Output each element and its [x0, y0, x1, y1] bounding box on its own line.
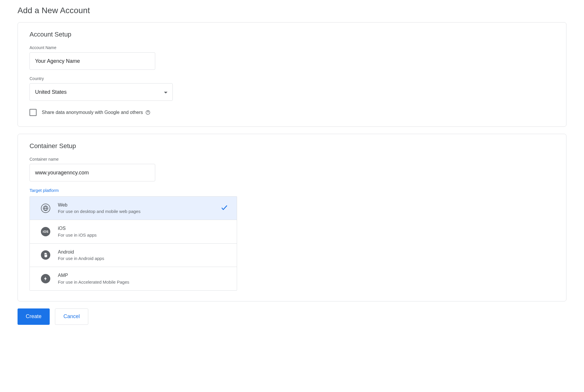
- container-name-input[interactable]: [30, 164, 155, 181]
- target-platform-label: Target platform: [30, 188, 554, 193]
- platform-list: Web For use on desktop and mobile web pa…: [30, 196, 237, 291]
- share-data-label: Share data anonymously with Google and o…: [42, 110, 151, 115]
- check-icon: [220, 204, 228, 213]
- platform-item-android[interactable]: Android For use in Android apps: [30, 244, 237, 267]
- platform-desc: For use on desktop and mobile web pages: [58, 208, 230, 214]
- platform-name: iOS: [58, 225, 230, 232]
- container-setup-title: Container Setup: [30, 142, 554, 150]
- platform-name: Web: [58, 202, 230, 208]
- platform-item-web[interactable]: Web For use on desktop and mobile web pa…: [30, 197, 237, 220]
- account-name-label: Account Name: [30, 45, 554, 50]
- page-title: Add a New Account: [18, 6, 566, 15]
- web-icon: [41, 204, 50, 213]
- cancel-button[interactable]: Cancel: [55, 308, 88, 325]
- platform-item-ios[interactable]: iOS iOS For use in iOS apps: [30, 220, 237, 243]
- container-name-label: Container name: [30, 157, 554, 162]
- android-icon: [41, 250, 50, 260]
- svg-point-4: [46, 254, 46, 254]
- platform-name: AMP: [58, 272, 230, 279]
- platform-desc: For use in Accelerated Mobile Pages: [58, 279, 230, 285]
- country-select[interactable]: United States: [30, 83, 173, 101]
- account-setup-card: Account Setup Account Name Country Unite…: [18, 22, 566, 127]
- platform-desc: For use in iOS apps: [58, 232, 230, 238]
- country-label: Country: [30, 76, 554, 81]
- svg-point-3: [45, 254, 45, 254]
- platform-item-amp[interactable]: AMP For use in Accelerated Mobile Pages: [30, 267, 237, 290]
- ios-icon: iOS: [41, 227, 50, 236]
- share-data-checkbox[interactable]: [30, 109, 37, 116]
- country-value: United States: [35, 89, 67, 95]
- container-setup-card: Container Setup Container name Target pl…: [18, 134, 566, 301]
- svg-point-1: [148, 113, 148, 114]
- create-button[interactable]: Create: [18, 308, 50, 325]
- platform-name: Android: [58, 249, 230, 255]
- account-setup-title: Account Setup: [30, 31, 554, 38]
- help-icon[interactable]: [145, 110, 151, 115]
- platform-desc: For use in Android apps: [58, 255, 230, 261]
- account-name-input[interactable]: [30, 52, 155, 70]
- amp-icon: [41, 274, 50, 283]
